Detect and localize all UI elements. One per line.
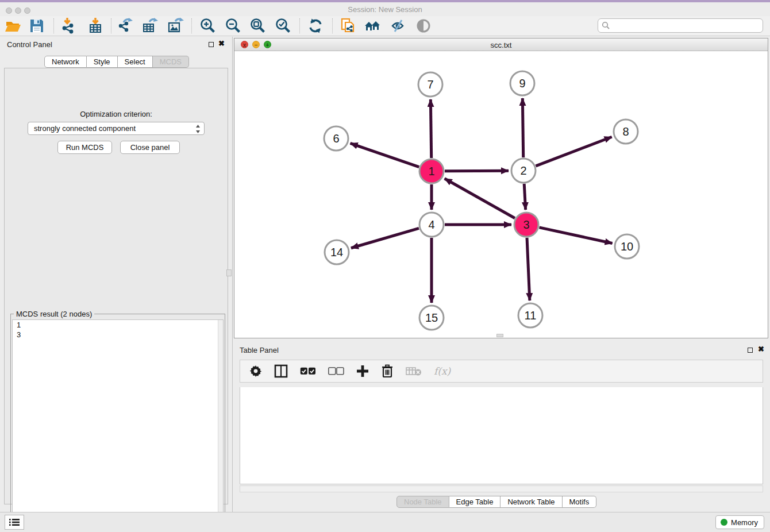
zoom-out-icon[interactable] bbox=[224, 17, 242, 35]
optimization-criterion-dropdown[interactable]: strongly connected component bbox=[28, 122, 205, 135]
graph-node-7[interactable]: 7 bbox=[418, 72, 442, 97]
graph-edge-2-8[interactable] bbox=[536, 137, 611, 166]
titlebar: Session: New Session bbox=[0, 2, 770, 16]
memory-status-icon bbox=[721, 519, 727, 526]
select-all-columns-icon[interactable] bbox=[300, 367, 316, 375]
svg-text:1: 1 bbox=[428, 165, 434, 178]
graph-edge-3-11[interactable] bbox=[527, 238, 530, 300]
deselect-all-columns-icon[interactable] bbox=[328, 367, 344, 375]
graph-node-14[interactable]: 14 bbox=[325, 240, 349, 264]
vertical-splitter[interactable] bbox=[232, 37, 233, 512]
memory-button[interactable]: Memory bbox=[715, 515, 764, 529]
optimization-criterion-label: Optimization criterion: bbox=[5, 110, 228, 118]
search-input[interactable] bbox=[598, 18, 763, 33]
mcds-result-line: 1 bbox=[13, 320, 223, 330]
graph-node-10[interactable]: 10 bbox=[615, 234, 639, 259]
graph-node-8[interactable]: 8 bbox=[614, 119, 638, 144]
table-panel: Table Panel ✖ f(x) bbox=[234, 342, 768, 512]
cyndex-home-icon[interactable] bbox=[363, 17, 382, 35]
tab-network-table[interactable]: Network Table bbox=[500, 496, 562, 508]
graph-edge-2-9[interactable] bbox=[522, 98, 523, 157]
list-icon bbox=[9, 518, 20, 526]
graph-node-1[interactable]: 1 bbox=[419, 159, 444, 183]
graph-edge-3-1[interactable] bbox=[445, 179, 515, 218]
network-window-titlebar[interactable]: x – + scc.txt bbox=[234, 38, 768, 51]
table-body-background bbox=[240, 387, 763, 484]
show-graphics-details-icon[interactable] bbox=[388, 17, 407, 35]
table-horizontal-scrollbar[interactable] bbox=[240, 485, 763, 492]
zoom-in-icon[interactable] bbox=[199, 17, 217, 35]
svg-text:11: 11 bbox=[525, 309, 537, 322]
graph-node-15[interactable]: 15 bbox=[419, 306, 444, 330]
network-canvas[interactable]: 1234678910111415 bbox=[234, 51, 768, 338]
open-session-icon[interactable] bbox=[3, 17, 22, 35]
column-settings-icon[interactable] bbox=[249, 365, 262, 377]
export-image-icon[interactable] bbox=[166, 17, 184, 35]
scrollbar[interactable] bbox=[218, 320, 223, 532]
toolbar-separator bbox=[111, 18, 111, 33]
main-toolbar bbox=[0, 16, 770, 36]
tab-edge-table[interactable]: Edge Table bbox=[449, 496, 501, 508]
delete-column-icon[interactable] bbox=[381, 364, 394, 378]
close-panel-button[interactable]: Close panel bbox=[120, 141, 180, 154]
canvas-resize-handle[interactable] bbox=[496, 334, 503, 337]
splitter-handle[interactable] bbox=[226, 269, 232, 276]
export-table-icon[interactable] bbox=[141, 17, 159, 35]
tab-mcds[interactable]: MCDS bbox=[153, 56, 189, 68]
add-column-icon[interactable] bbox=[356, 365, 369, 377]
mcds-result-textarea[interactable]: 13 bbox=[12, 319, 224, 532]
graph-node-11[interactable]: 11 bbox=[518, 303, 542, 327]
graph-node-9[interactable]: 9 bbox=[510, 71, 534, 95]
mcds-result-title: MCDS result (2 nodes) bbox=[14, 310, 94, 318]
delete-table-icon[interactable] bbox=[406, 366, 422, 376]
graph-node-6[interactable]: 6 bbox=[324, 126, 348, 151]
mcds-tab-content: Optimization criterion: strongly connect… bbox=[4, 68, 228, 504]
float-table-panel-icon[interactable] bbox=[748, 348, 753, 353]
mcds-result-group: MCDS result (2 nodes) 13 bbox=[10, 314, 225, 532]
export-network-icon[interactable] bbox=[116, 17, 134, 35]
graph-node-4[interactable]: 4 bbox=[419, 213, 444, 237]
hide-graphics-details-icon[interactable] bbox=[414, 17, 433, 35]
graph-edge-1-7[interactable] bbox=[430, 99, 431, 158]
tab-style[interactable]: Style bbox=[87, 56, 118, 68]
run-mcds-button[interactable]: Run MCDS bbox=[57, 141, 112, 154]
tab-node-table[interactable]: Node Table bbox=[396, 496, 449, 508]
tab-motifs[interactable]: Motifs bbox=[563, 496, 597, 508]
tab-network[interactable]: Network bbox=[44, 56, 87, 68]
refresh-layout-icon[interactable] bbox=[306, 17, 325, 35]
svg-text:14: 14 bbox=[330, 246, 343, 259]
graph-edge-2-3[interactable] bbox=[524, 184, 525, 210]
svg-text:15: 15 bbox=[425, 311, 438, 324]
graph-node-3[interactable]: 3 bbox=[514, 213, 538, 237]
zoom-fit-icon[interactable] bbox=[249, 17, 267, 35]
close-panel-icon[interactable]: ✖ bbox=[218, 39, 225, 48]
function-builder-icon[interactable]: f(x) bbox=[434, 365, 451, 377]
network-view-title: scc.txt bbox=[234, 41, 768, 49]
memory-label: Memory bbox=[731, 518, 758, 527]
graph-edge-3-10[interactable] bbox=[539, 228, 612, 244]
network-graph[interactable]: 1234678910111415 bbox=[234, 51, 768, 338]
table-panel-tabs: Node TableEdge TableNetwork TableMotifs bbox=[396, 496, 596, 508]
clone-network-icon[interactable] bbox=[338, 17, 357, 35]
svg-text:9: 9 bbox=[519, 77, 525, 90]
table-panel-title: Table Panel bbox=[240, 346, 279, 354]
save-session-icon[interactable] bbox=[28, 17, 46, 35]
control-panel: Control Panel ✖ NetworkStyleSelectMCDS O… bbox=[1, 37, 231, 512]
table-toolbar: f(x) bbox=[240, 360, 763, 383]
import-table-icon[interactable] bbox=[86, 17, 105, 35]
float-panel-icon[interactable] bbox=[209, 42, 214, 47]
show-columns-icon[interactable] bbox=[274, 364, 288, 378]
tab-select[interactable]: Select bbox=[118, 56, 153, 68]
svg-text:7: 7 bbox=[427, 78, 433, 91]
close-table-panel-icon[interactable]: ✖ bbox=[758, 345, 764, 353]
task-history-button[interactable] bbox=[5, 515, 24, 530]
toolbar-separator bbox=[53, 18, 54, 33]
import-network-icon[interactable] bbox=[59, 17, 78, 35]
zoom-selected-icon[interactable] bbox=[274, 17, 292, 35]
search-box bbox=[598, 18, 763, 33]
graph-node-2[interactable]: 2 bbox=[511, 159, 536, 183]
graph-edge-1-2[interactable] bbox=[445, 171, 509, 171]
application-window: Session: New Session bbox=[0, 0, 770, 532]
graph-edge-1-6[interactable] bbox=[351, 143, 419, 167]
graph-edge-4-14[interactable] bbox=[351, 228, 419, 248]
